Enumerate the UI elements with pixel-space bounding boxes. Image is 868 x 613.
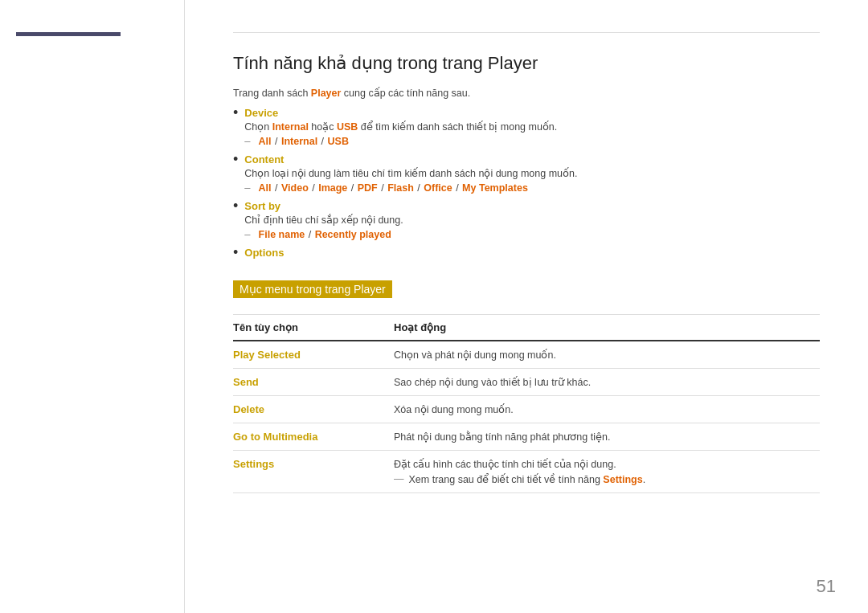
content-links: All / Video / Image / PDF / Flash / Offi…	[259, 182, 528, 194]
menu-item-name: Go to Multimedia	[233, 431, 317, 443]
device-label: Device	[244, 107, 278, 119]
sub-dash: –	[244, 228, 250, 240]
col-header-action: Hoạt động	[394, 315, 820, 341]
menu-item-action: Chọn và phát nội dung mong muốn.	[394, 341, 820, 369]
bullet-content: Content Chọn loại nội dung làm tiêu chí …	[244, 153, 820, 194]
bullet-options: Options	[244, 247, 820, 259]
main-content: Tính năng khả dụng trong trang Player Tr…	[185, 0, 868, 613]
table-row: Send Sao chép nội dung vào thiết bị lưu …	[233, 369, 820, 396]
menu-item-name: Send	[233, 376, 259, 388]
menu-item-action: Sao chép nội dung vào thiết bị lưu trữ k…	[394, 369, 820, 396]
bullet-sortby: Sort by Chỉ định tiêu chí sắp xếp nội du…	[244, 200, 820, 240]
sortby-label: Sort by	[244, 200, 280, 212]
sortby-sub: – File name / Recently played	[244, 228, 820, 240]
list-item: • Device Chọn Internal hoặc USB để tìm k…	[233, 107, 820, 147]
bullet-dot: •	[233, 152, 238, 166]
feature-list: • Device Chọn Internal hoặc USB để tìm k…	[233, 107, 820, 260]
top-border	[233, 32, 820, 33]
device-links: All / Internal / USB	[259, 136, 349, 147]
section-title: Mục menu trong trang Player	[233, 280, 392, 298]
menu-item-name: Play Selected	[233, 349, 301, 361]
content-sub: – All / Video / Image / PDF / Flash / Of…	[244, 182, 820, 194]
content-label: Content	[244, 153, 284, 166]
sub-dash: –	[244, 182, 250, 194]
list-item: • Sort by Chỉ định tiêu chí sắp xếp nội …	[233, 200, 820, 240]
menu-item-action: Phát nội dung bằng tính năng phát phương…	[394, 423, 820, 451]
device-sub: – All / Internal / USB	[244, 135, 820, 147]
list-item: • Content Chọn loại nội dung làm tiêu ch…	[233, 153, 820, 194]
col-header-name: Tên tùy chọn	[233, 315, 394, 341]
device-desc: Chọn Internal hoặc USB để tìm kiếm danh …	[244, 121, 820, 133]
table-row: Play Selected Chọn và phát nội dung mong…	[233, 341, 820, 369]
sortby-desc: Chỉ định tiêu chí sắp xếp nội dung.	[244, 214, 820, 226]
settings-note: — Xem trang sau để biết chi tiết về tính…	[394, 473, 820, 485]
bullet-device: Device Chọn Internal hoặc USB để tìm kiế…	[244, 107, 820, 147]
menu-item-name: Delete	[233, 403, 264, 415]
content-desc: Chọn loại nội dung làm tiêu chí tìm kiếm…	[244, 167, 820, 179]
bullet-dot: •	[233, 198, 238, 213]
options-label: Options	[244, 247, 284, 259]
table-header-row: Tên tùy chọn Hoạt động	[233, 315, 820, 341]
bullet-dot: •	[233, 245, 238, 260]
player-link: Player	[311, 88, 342, 99]
menu-item-action: Xóa nội dung mong muốn.	[394, 396, 820, 423]
page-number: 51	[817, 576, 836, 597]
sortby-links: File name / Recently played	[259, 229, 391, 240]
menu-item-name: Settings	[233, 458, 274, 470]
intro-text: Trang danh sách Player cung cấp các tính…	[233, 87, 820, 99]
menu-table: Tên tùy chọn Hoạt động Play Selected Chọ…	[233, 314, 820, 493]
settings-note-text: Xem trang sau để biết chi tiết về tính n…	[409, 473, 646, 485]
list-item: • Options	[233, 247, 820, 260]
page-title: Tính năng khả dụng trong trang Player	[233, 53, 820, 74]
sidebar-accent	[16, 32, 121, 36]
left-sidebar	[0, 0, 185, 613]
menu-item-action: Đặt cấu hình các thuộc tính chi tiết của…	[394, 451, 820, 493]
bullet-dot: •	[233, 105, 238, 120]
section-highlight-wrapper: Mục menu trong trang Player	[233, 266, 820, 311]
table-row: Go to Multimedia Phát nội dung bằng tính…	[233, 423, 820, 451]
sub-dash: –	[244, 135, 250, 147]
table-row: Delete Xóa nội dung mong muốn.	[233, 396, 820, 423]
table-row: Settings Đặt cấu hình các thuộc tính chi…	[233, 451, 820, 493]
